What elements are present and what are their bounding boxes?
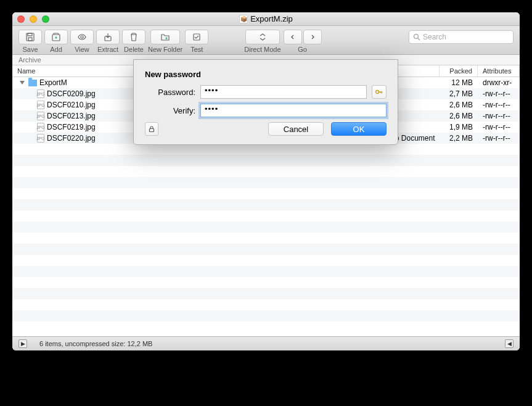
svg-rect-9 [150,129,154,132]
status-bar: ▶ 6 items, uncompressed size: 12,2 MB ◀ [12,336,520,350]
file-attributes: -rw-r--r-- [478,134,520,143]
dialog-title: New password [145,70,387,79]
test-label: Test [190,46,203,53]
cancel-button[interactable]: Cancel [268,122,324,136]
lock-button[interactable] [145,122,158,136]
test-button[interactable] [185,30,208,44]
svg-rect-2 [28,38,32,41]
window-title: ExportM.zip [250,14,293,23]
close-window-button[interactable] [17,15,25,23]
direct-mode-label: Direct Mode [244,46,280,53]
titlebar: 📦 ExportM.zip [12,12,520,26]
file-attributes: -rw-r--r-- [478,123,520,131]
view-button[interactable] [70,30,94,44]
delete-label: Delete [124,46,144,53]
status-right-button[interactable]: ◀ [505,339,514,348]
extract-button[interactable] [96,30,120,44]
extract-label: Extract [97,46,118,53]
password-input[interactable]: •••• [200,85,367,99]
key-icon [375,88,383,96]
direct-mode-button[interactable] [245,30,280,44]
lock-icon [148,125,155,133]
go-label: Go [298,46,307,53]
toolbar: Save Add View Extract Delete New Folder … [12,26,520,55]
folder-attributes: drwxr-xr- [478,78,520,87]
file-attributes: -rw-r--r-- [478,112,520,120]
key-button[interactable] [372,85,387,99]
password-dialog: New password Password: •••• Verify: ••••… [133,59,398,145]
svg-rect-6 [194,34,200,40]
column-packed[interactable]: Packed [440,65,478,77]
file-name: DSCF0209.jpg [47,89,96,98]
file-name: DSCF0213.jpg [47,112,96,120]
file-packed: 2,7 MB [440,89,478,98]
svg-point-7 [414,35,419,39]
folder-packed: 12 MB [440,78,478,87]
jpg-file-icon: JPG [37,89,44,98]
file-name: DSCF0219.jpg [47,123,96,131]
svg-point-4 [81,36,83,38]
column-attributes[interactable]: Attributes [478,65,520,77]
file-attributes: -rw-r--r-- [478,89,520,98]
delete-button[interactable] [122,30,145,44]
new-folder-button[interactable] [150,30,180,44]
svg-rect-1 [28,33,32,36]
jpg-file-icon: JPG [37,134,44,143]
verify-input[interactable]: •••• [200,104,387,117]
save-label: Save [22,46,38,53]
jpg-file-icon: JPG [37,112,44,120]
search-input[interactable]: Search [409,30,514,44]
password-label: Password: [145,88,195,97]
save-button[interactable] [18,30,42,44]
verify-label: Verify: [145,106,195,115]
ok-button[interactable]: OK [331,122,387,136]
jpg-file-icon: JPG [37,123,44,131]
view-label: View [75,46,89,53]
main-window: 📦 ExportM.zip Save Add View Extract Dele… [12,12,520,350]
folder-name: ExportM [39,78,67,87]
file-packed: 2,2 MB [440,134,478,143]
status-text: 6 items, uncompressed size: 12,2 MB [39,340,152,347]
add-label: Add [50,46,62,53]
archive-icon: 📦 [239,15,248,23]
status-left-button[interactable]: ▶ [18,339,27,348]
folder-icon [28,80,37,86]
file-attributes: -rw-r--r-- [478,101,520,109]
file-packed: 1,9 MB [440,123,478,131]
go-forward-button[interactable] [303,30,322,44]
new-folder-label: New Folder [148,46,182,53]
file-packed: 2,6 MB [440,112,478,120]
go-back-button[interactable] [284,30,302,44]
add-button[interactable] [44,30,68,44]
file-packed: 2,6 MB [440,101,478,109]
zoom-window-button[interactable] [42,15,49,23]
search-placeholder: Search [423,33,446,41]
file-name: DSCF0220.jpg [47,134,96,143]
svg-point-8 [376,91,379,94]
jpg-file-icon: JPG [37,101,44,109]
disclosure-triangle-icon[interactable] [20,81,25,85]
file-name: DSCF0210.jpg [47,101,96,109]
search-icon [413,33,420,41]
minimize-window-button[interactable] [30,15,37,23]
